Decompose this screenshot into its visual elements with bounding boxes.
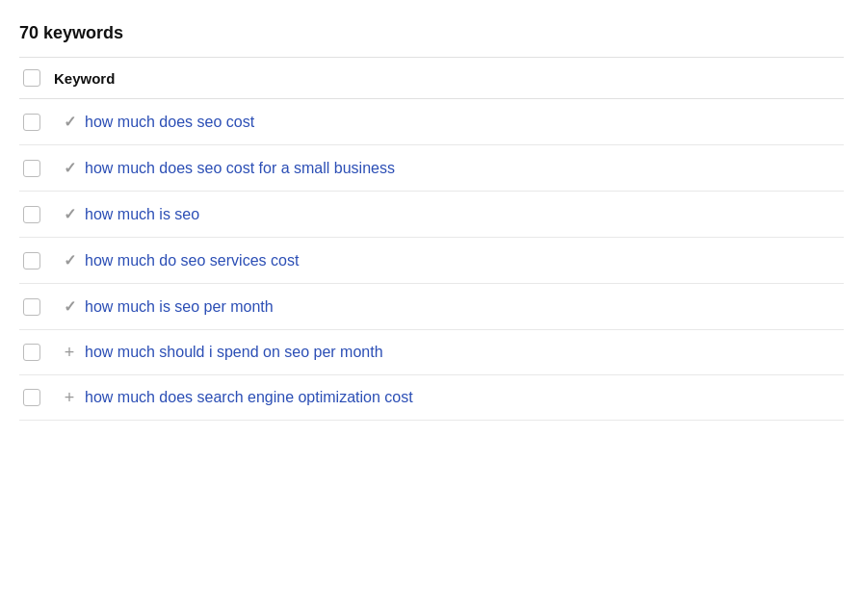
plus-icon: + <box>54 389 85 406</box>
row-checkbox[interactable] <box>23 252 40 270</box>
row-checkbox[interactable] <box>23 389 40 406</box>
table-row: ✓how much does seo cost <box>19 99 844 145</box>
keyword-link[interactable]: how much does seo cost for a small busin… <box>85 160 395 177</box>
keyword-link[interactable]: how much should i spend on seo per month <box>85 344 383 361</box>
page-wrapper: 70 keywords Keyword ✓how much does seo c… <box>0 0 863 421</box>
table-header: Keyword <box>19 58 844 99</box>
keyword-list: ✓how much does seo cost✓how much does se… <box>19 99 844 421</box>
checkmark-icon: ✓ <box>64 251 76 270</box>
checkmark-icon: ✓ <box>64 205 76 223</box>
row-checkbox-col <box>23 389 54 406</box>
checkmark-icon: ✓ <box>64 297 76 316</box>
row-checkbox-col <box>23 160 54 177</box>
keyword-link[interactable]: how much is seo <box>85 206 199 223</box>
table-row: ✓how much does seo cost for a small busi… <box>19 145 844 192</box>
table-row: ✓how much is seo per month <box>19 284 844 330</box>
keyword-count-heading: 70 keywords <box>19 23 844 43</box>
table-row: ✓how much do seo services cost <box>19 238 844 284</box>
check-icon: ✓ <box>54 297 85 316</box>
checkmark-icon: ✓ <box>64 159 76 177</box>
row-checkbox-col <box>23 206 54 223</box>
row-checkbox[interactable] <box>23 114 40 131</box>
plus-add-icon: + <box>65 344 75 361</box>
select-all-checkbox[interactable] <box>23 69 40 87</box>
table-row: ✓how much is seo <box>19 192 844 238</box>
check-icon: ✓ <box>54 205 85 223</box>
row-checkbox[interactable] <box>23 344 40 361</box>
row-checkbox-col <box>23 252 54 270</box>
column-label-keyword: Keyword <box>54 70 115 87</box>
plus-add-icon: + <box>65 389 75 406</box>
row-checkbox[interactable] <box>23 298 40 316</box>
keyword-link[interactable]: how much does search engine optimization… <box>85 389 413 406</box>
check-icon: ✓ <box>54 113 85 131</box>
row-checkbox-col <box>23 114 54 131</box>
keyword-link[interactable]: how much do seo services cost <box>85 252 299 270</box>
header-row: 70 keywords <box>19 23 844 58</box>
table-row: +how much should i spend on seo per mont… <box>19 330 844 375</box>
table-row: +how much does search engine optimizatio… <box>19 375 844 421</box>
row-checkbox-col <box>23 344 54 361</box>
check-icon: ✓ <box>54 251 85 270</box>
plus-icon: + <box>54 344 85 361</box>
row-checkbox[interactable] <box>23 206 40 223</box>
header-checkbox-col <box>23 69 54 87</box>
checkmark-icon: ✓ <box>64 113 76 131</box>
keyword-link[interactable]: how much does seo cost <box>85 114 254 131</box>
check-icon: ✓ <box>54 159 85 177</box>
keyword-link[interactable]: how much is seo per month <box>85 298 274 316</box>
row-checkbox-col <box>23 298 54 316</box>
row-checkbox[interactable] <box>23 160 40 177</box>
